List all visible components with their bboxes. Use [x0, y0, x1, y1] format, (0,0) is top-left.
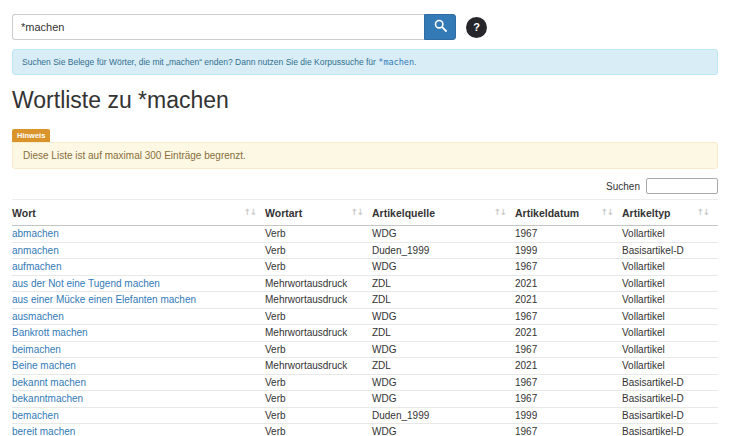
word-link[interactable]: bekanntmachen — [12, 393, 83, 404]
cell-artikelquelle: WDG — [372, 259, 515, 276]
cell-artikeltyp: Vollartikel — [622, 325, 718, 342]
search-bar: ? — [12, 14, 718, 40]
table-row: Bankrott machenMehrwortausdruckZDL2021Vo… — [12, 325, 718, 342]
word-link[interactable]: aus einer Mücke einen Elefanten machen — [12, 294, 196, 305]
cell-artikeldatum: 1967 — [515, 424, 622, 436]
column-header-wort[interactable]: Wort↑↓ — [12, 200, 265, 226]
cell-artikelquelle: ZDL — [372, 358, 515, 375]
cell-artikeltyp: Basisartikel-D — [622, 242, 718, 259]
cell-wortart: Verb — [265, 341, 372, 358]
cell-artikelquelle: WDG — [372, 341, 515, 358]
cell-wort: bekannt machen — [12, 374, 265, 391]
column-header-label: Artikeltyp — [622, 207, 670, 219]
cell-wort: bekanntmachen — [12, 391, 265, 408]
column-header-artikelquelle[interactable]: Artikelquelle↑↓ — [372, 200, 515, 226]
word-link[interactable]: bemachen — [12, 410, 59, 421]
cell-artikeldatum: 1967 — [515, 374, 622, 391]
sort-icon[interactable]: ↑↓ — [601, 207, 613, 217]
table-filter-input[interactable] — [646, 178, 718, 194]
word-link[interactable]: bereit machen — [12, 426, 75, 436]
help-button[interactable]: ? — [466, 17, 487, 38]
sort-icon[interactable]: ↑↓ — [244, 207, 256, 217]
cell-artikeldatum: 2021 — [515, 325, 622, 342]
cell-artikeltyp: Basisartikel-D — [622, 391, 718, 408]
search-button[interactable] — [424, 14, 456, 40]
word-link[interactable]: anmachen — [12, 245, 59, 256]
cell-wortart: Verb — [265, 374, 372, 391]
column-header-label: Artikelquelle — [372, 207, 435, 219]
cell-wort: aus der Not eine Tugend machen — [12, 275, 265, 292]
cell-artikeltyp: Vollartikel — [622, 358, 718, 375]
cell-wort: bereit machen — [12, 424, 265, 436]
word-link[interactable]: beimachen — [12, 344, 61, 355]
korpussuche-link[interactable]: *machen — [378, 57, 414, 67]
table-row: aus einer Mücke einen Elefanten machenMe… — [12, 292, 718, 309]
cell-artikeltyp: Vollartikel — [622, 292, 718, 309]
table-filter: Suchen — [12, 178, 718, 194]
cell-wort: aus einer Mücke einen Elefanten machen — [12, 292, 265, 309]
cell-artikeldatum: 2021 — [515, 358, 622, 375]
cell-wort: Beine machen — [12, 358, 265, 375]
column-header-wortart[interactable]: Wortart↑↓ — [265, 200, 372, 226]
sort-icon[interactable]: ↑↓ — [697, 207, 709, 217]
word-table: Wort↑↓Wortart↑↓Artikelquelle↑↓Artikeldat… — [12, 199, 718, 436]
cell-wortart: Verb — [265, 242, 372, 259]
word-link[interactable]: Bankrott machen — [12, 327, 88, 338]
table-row: Beine machenMehrwortausdruckZDL2021Volla… — [12, 358, 718, 375]
table-row: bekannt machenVerbWDG1967Basisartikel-D — [12, 374, 718, 391]
table-row: beimachenVerbWDG1967Vollartikel — [12, 341, 718, 358]
info-banner: Suchen Sie Belege für Wörter, die mit „m… — [12, 49, 718, 75]
notice: Hinweis Diese Liste ist auf maximal 300 … — [12, 124, 718, 169]
word-link[interactable]: bekannt machen — [12, 377, 86, 388]
cell-artikelquelle: Duden_1999 — [372, 242, 515, 259]
word-link[interactable]: aus der Not eine Tugend machen — [12, 278, 160, 289]
word-link[interactable]: aufmachen — [12, 261, 61, 272]
table-row: aus der Not eine Tugend machenMehrwortau… — [12, 275, 718, 292]
cell-artikelquelle: WDG — [372, 391, 515, 408]
word-link[interactable]: ausmachen — [12, 311, 64, 322]
table-row: anmachenVerbDuden_19991999Basisartikel-D — [12, 242, 718, 259]
search-input[interactable] — [12, 14, 424, 40]
cell-wortart: Verb — [265, 259, 372, 276]
page: ? Suchen Sie Belege für Wörter, die mit … — [0, 0, 730, 436]
cell-wortart: Verb — [265, 407, 372, 424]
cell-wort: bemachen — [12, 407, 265, 424]
table-row: ausmachenVerbWDG1967Vollartikel — [12, 308, 718, 325]
column-header-label: Wortart — [265, 207, 302, 219]
cell-wortart: Verb — [265, 391, 372, 408]
column-header-artikeldatum[interactable]: Artikeldatum↑↓ — [515, 200, 622, 226]
cell-artikeldatum: 1967 — [515, 259, 622, 276]
cell-artikeldatum: 1967 — [515, 226, 622, 243]
sort-icon[interactable]: ↑↓ — [494, 207, 506, 217]
cell-artikelquelle: WDG — [372, 308, 515, 325]
cell-artikeldatum: 1967 — [515, 391, 622, 408]
cell-wortart: Mehrwortausdruck — [265, 358, 372, 375]
column-header-label: Artikeldatum — [515, 207, 579, 219]
notice-text: Diese Liste ist auf maximal 300 Einträge… — [23, 150, 246, 161]
table-row: bereit machenVerbWDG1967Basisartikel-D — [12, 424, 718, 436]
table-row: bemachenVerbDuden_19991999Basisartikel-D — [12, 407, 718, 424]
cell-wortart: Verb — [265, 308, 372, 325]
notice-box: Diese Liste ist auf maximal 300 Einträge… — [12, 142, 718, 169]
cell-artikelquelle: WDG — [372, 226, 515, 243]
cell-artikeldatum: 1999 — [515, 242, 622, 259]
cell-artikeldatum: 2021 — [515, 275, 622, 292]
sort-icon[interactable]: ↑↓ — [351, 207, 363, 217]
table-header-row: Wort↑↓Wortart↑↓Artikelquelle↑↓Artikeldat… — [12, 200, 718, 226]
cell-wortart: Mehrwortausdruck — [265, 292, 372, 309]
table-row: aufmachenVerbWDG1967Vollartikel — [12, 259, 718, 276]
word-link[interactable]: abmachen — [12, 228, 59, 239]
cell-artikeldatum: 1967 — [515, 341, 622, 358]
cell-artikeltyp: Vollartikel — [622, 259, 718, 276]
word-link[interactable]: Beine machen — [12, 360, 76, 371]
cell-artikeltyp: Vollartikel — [622, 341, 718, 358]
cell-wortart: Mehrwortausdruck — [265, 325, 372, 342]
cell-wortart: Verb — [265, 226, 372, 243]
cell-artikelquelle: Duden_1999 — [372, 407, 515, 424]
cell-artikeltyp: Vollartikel — [622, 275, 718, 292]
column-header-label: Wort — [12, 207, 36, 219]
cell-artikelquelle: ZDL — [372, 325, 515, 342]
column-header-artikeltyp[interactable]: Artikeltyp↑↓ — [622, 200, 718, 226]
cell-artikelquelle: WDG — [372, 374, 515, 391]
cell-wort: aufmachen — [12, 259, 265, 276]
